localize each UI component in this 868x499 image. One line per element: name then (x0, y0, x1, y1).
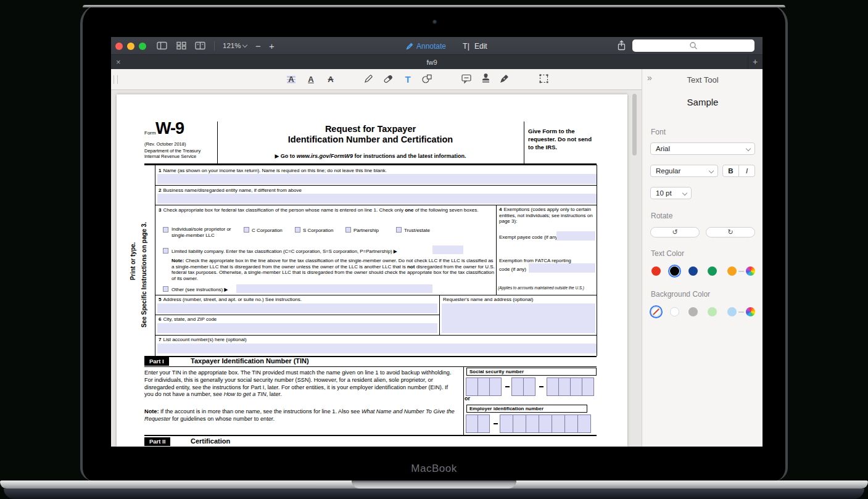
business-name-field[interactable] (157, 194, 597, 204)
close-window-button[interactable] (115, 43, 123, 50)
background-color-white-swatch[interactable] (670, 307, 679, 316)
ssn-cell[interactable] (558, 377, 571, 396)
font-family-dropdown[interactable]: Arial (650, 142, 755, 155)
stamp-tool[interactable] (479, 73, 492, 86)
c-corporation-checkbox[interactable] (244, 227, 249, 233)
form-rule (155, 295, 597, 295)
ssn-cell[interactable] (523, 377, 535, 396)
ssn-cell[interactable] (570, 377, 582, 396)
ein-cell[interactable] (526, 414, 539, 433)
rotate-ccw-icon: ↺ (672, 228, 677, 236)
fullscreen-window-button[interactable] (139, 43, 146, 50)
text-color-black-swatch[interactable] (670, 266, 679, 276)
form-title-2: Identification Number and Certification (217, 134, 524, 145)
c-corporation-label: C Corporation (252, 228, 283, 234)
ein-cell[interactable] (466, 414, 478, 433)
text-color-orange-swatch[interactable] (727, 266, 737, 276)
ein-cell[interactable] (539, 414, 552, 433)
font-size-value: 10 pt (656, 189, 672, 197)
edit-text-icon[interactable]: T| (463, 42, 469, 51)
ein-cell[interactable] (564, 414, 578, 433)
line3-text: Check appropriate box for federal tax cl… (163, 207, 478, 213)
strikethrough-tool[interactable]: A (324, 73, 337, 86)
share-icon[interactable] (617, 40, 626, 54)
zoom-in-button[interactable]: + (269, 41, 275, 51)
individual-checkbox[interactable] (163, 227, 168, 233)
ssn-cell[interactable] (511, 377, 524, 396)
text-color-custom-swatch[interactable] (746, 266, 755, 276)
text-color-red-swatch[interactable] (651, 266, 661, 276)
address-field[interactable] (157, 303, 437, 313)
ssn-cell[interactable] (466, 377, 478, 396)
llc-checkbox[interactable] (163, 248, 168, 254)
font-style-dropdown[interactable]: Regular (650, 165, 718, 177)
name-field[interactable] (157, 174, 597, 184)
pencil-tool[interactable] (362, 73, 374, 86)
zoom-out-button[interactable]: − (255, 41, 261, 51)
desktop-background: 121% − + Annotate T| Edit × fw (0, 0, 868, 499)
account-numbers-field[interactable] (157, 344, 597, 353)
tab-title[interactable]: fw9 (111, 59, 753, 66)
eraser-tool[interactable] (382, 73, 394, 86)
zoom-level-dropdown[interactable]: 121% (223, 42, 247, 49)
trust-estate-checkbox[interactable] (396, 227, 402, 233)
bold-button[interactable]: B (722, 165, 739, 177)
ein-cell[interactable] (477, 414, 490, 433)
underline-tool[interactable]: A (305, 73, 317, 86)
italic-button[interactable]: I (738, 165, 755, 177)
scrollbar-thumb[interactable] (632, 94, 637, 155)
new-tab-button[interactable]: + (753, 57, 758, 67)
tab-annotate[interactable]: Annotate (416, 42, 446, 51)
partnership-checkbox[interactable] (345, 227, 351, 233)
ssn-cell[interactable] (489, 377, 502, 396)
highlight-tool[interactable]: A (285, 73, 297, 86)
signature-tool[interactable] (498, 73, 510, 86)
background-color-custom-swatch[interactable] (746, 307, 755, 316)
exempt-payee-field[interactable] (556, 231, 595, 241)
other-field[interactable] (236, 284, 432, 293)
ssn-group-2[interactable] (512, 377, 535, 396)
ssn-cell[interactable] (547, 377, 559, 396)
text-color-blue-swatch[interactable] (688, 266, 698, 276)
background-color-gray-swatch[interactable] (688, 307, 698, 316)
ssn-cell[interactable] (477, 377, 490, 396)
rotate-cw-button[interactable]: ↻ (706, 227, 755, 237)
toolbar-drag-handle[interactable] (114, 75, 118, 84)
ssn-group-3[interactable] (547, 377, 594, 396)
selection-tool[interactable] (537, 73, 550, 86)
ein-cell[interactable] (552, 414, 565, 433)
ein-group-2[interactable] (500, 414, 591, 433)
swatch-connector (738, 271, 744, 272)
ein-cell[interactable] (513, 414, 526, 433)
other-checkbox[interactable] (163, 286, 168, 292)
background-color-green-swatch[interactable] (708, 307, 717, 316)
ssn-group-1[interactable] (466, 377, 502, 396)
s-corporation-checkbox[interactable] (295, 227, 300, 233)
text-tool[interactable]: T (402, 73, 414, 86)
requester-field[interactable] (442, 303, 595, 333)
ein-cell[interactable] (500, 414, 513, 433)
form-revision: (Rev. October 2018) (144, 141, 186, 147)
two-page-view-icon[interactable] (195, 41, 205, 52)
sidebar-toggle-icon[interactable] (157, 41, 167, 52)
annotate-pen-icon[interactable] (405, 42, 414, 53)
minimize-window-button[interactable] (127, 43, 134, 50)
search-input[interactable] (632, 39, 754, 52)
ein-cell[interactable] (577, 414, 591, 433)
background-color-blue-swatch[interactable] (727, 307, 737, 316)
note-tool[interactable] (460, 73, 473, 86)
shapes-tool[interactable] (421, 73, 433, 86)
line7-text: List account number(s) here (optional) (163, 337, 246, 342)
thumbnail-view-icon[interactable] (176, 41, 186, 52)
ssn-cell[interactable] (582, 377, 594, 396)
city-state-zip-field[interactable] (157, 323, 437, 333)
llc-classification-field[interactable] (432, 245, 463, 254)
line2-number: 2 (159, 188, 161, 193)
font-size-dropdown[interactable]: 10 pt (650, 187, 692, 199)
ein-group-1[interactable] (466, 414, 490, 433)
tab-edit[interactable]: Edit (474, 42, 487, 51)
text-color-green-swatch[interactable] (708, 266, 717, 276)
background-color-none-swatch[interactable] (651, 307, 661, 316)
fatca-field[interactable] (529, 263, 595, 273)
rotate-ccw-button[interactable]: ↺ (650, 227, 700, 237)
